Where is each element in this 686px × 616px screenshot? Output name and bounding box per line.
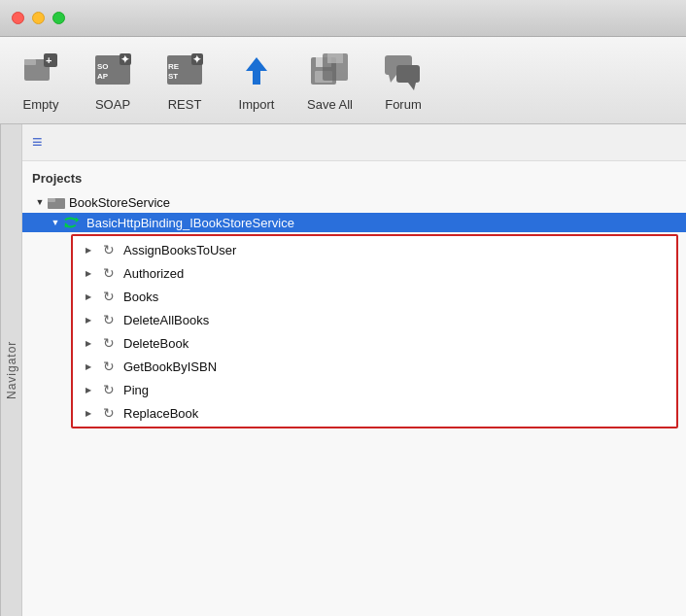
svg-rect-22 xyxy=(396,65,420,83)
leaf-arrow-5 xyxy=(81,335,96,351)
forum-button[interactable]: Forum xyxy=(382,49,425,112)
svg-rect-19 xyxy=(327,53,343,63)
leaf-arrow-2 xyxy=(81,265,96,281)
svg-marker-23 xyxy=(408,83,416,90)
rest-icon: RE ST ✦ xyxy=(163,49,206,91)
get-book-by-isbn-label: GetBookByISBN xyxy=(123,359,217,374)
empty-button[interactable]: + Empty xyxy=(19,49,62,112)
svg-rect-25 xyxy=(48,198,55,202)
bookstore-service-label: BookStoreService xyxy=(69,195,170,210)
empty-label: Empty xyxy=(23,97,59,112)
leaf-arrow-4 xyxy=(81,312,96,327)
assign-books-item[interactable]: ↻ AssignBooksToUser xyxy=(73,236,676,261)
rest-label: REST xyxy=(168,97,202,112)
sync-icon-4: ↻ xyxy=(100,334,118,352)
books-item[interactable]: ↻ Books xyxy=(73,285,676,308)
folder-icon xyxy=(48,193,65,211)
expand-arrow xyxy=(32,194,48,210)
delete-all-books-label: DeleteAllBooks xyxy=(123,313,209,327)
sync-icon-0: ↻ xyxy=(100,241,118,258)
svg-text:+: + xyxy=(46,54,51,66)
binding-item[interactable]: BasicHttpBinding_IBookStoreService xyxy=(22,213,686,232)
svg-rect-1 xyxy=(24,59,36,65)
import-label: Import xyxy=(239,97,275,112)
svg-marker-26 xyxy=(76,218,80,222)
sync-icon-6: ↻ xyxy=(100,381,118,398)
authorized-label: Authorized xyxy=(123,266,184,281)
leaf-arrow-7 xyxy=(81,382,96,397)
save-all-icon xyxy=(308,49,351,91)
service-methods-box: ↻ AssignBooksToUser ↻ Authorized ↻ Books… xyxy=(71,234,678,428)
ping-label: Ping xyxy=(123,383,149,397)
forum-label: Forum xyxy=(385,97,422,112)
navigator-label: Navigator xyxy=(0,124,21,616)
project-tree: Projects BookStoreService xyxy=(22,161,686,440)
sync-icon-3: ↻ xyxy=(100,311,118,328)
rest-button[interactable]: RE ST ✦ REST xyxy=(163,49,206,112)
import-icon xyxy=(235,49,278,91)
main-area: Navigator ≡ Projects BookStoreService xyxy=(0,124,686,616)
soap-button[interactable]: SO AP ✦ SOAP xyxy=(91,49,134,112)
ping-item[interactable]: ↻ Ping xyxy=(73,378,676,401)
content-panel: ≡ Projects BookStoreService xyxy=(21,124,686,616)
get-book-by-isbn-item[interactable]: ↻ GetBookByISBN xyxy=(73,355,676,378)
leaf-arrow xyxy=(81,242,96,257)
binding-expand-arrow xyxy=(48,215,63,230)
assign-books-label: AssignBooksToUser xyxy=(123,243,236,257)
empty-icon: + xyxy=(19,49,62,91)
maximize-button[interactable] xyxy=(52,12,65,24)
soap-label: SOAP xyxy=(95,97,130,112)
leaf-arrow-3 xyxy=(81,289,96,304)
sync-icon-5: ↻ xyxy=(100,358,118,375)
save-all-label: Save All xyxy=(307,97,353,112)
svg-marker-21 xyxy=(389,75,396,83)
authorized-item[interactable]: ↻ Authorized xyxy=(73,261,676,285)
sync-icon-7: ↻ xyxy=(100,404,118,422)
svg-text:SO: SO xyxy=(97,62,109,71)
svg-text:✦: ✦ xyxy=(120,53,129,65)
hamburger-icon[interactable]: ≡ xyxy=(32,132,43,152)
bookstore-service-item[interactable]: BookStoreService xyxy=(22,191,686,213)
delete-book-item[interactable]: ↻ DeleteBook xyxy=(73,331,676,355)
binding-label: BasicHttpBinding_IBookStoreService xyxy=(86,216,294,230)
books-label: Books xyxy=(123,290,158,304)
close-button[interactable] xyxy=(12,12,24,24)
sync-icon-2: ↻ xyxy=(100,288,118,305)
forum-icon xyxy=(382,49,425,91)
title-bar xyxy=(0,0,686,37)
minimize-button[interactable] xyxy=(32,12,45,24)
leaf-arrow-8 xyxy=(81,405,96,421)
projects-label: Projects xyxy=(22,169,686,191)
sync-icon-1: ↻ xyxy=(100,264,118,282)
svg-text:AP: AP xyxy=(97,72,109,81)
replace-book-label: ReplaceBook xyxy=(123,406,198,421)
import-button[interactable]: Import xyxy=(235,49,278,112)
save-all-button[interactable]: Save All xyxy=(307,49,353,112)
binding-icon xyxy=(63,215,83,230)
delete-all-books-item[interactable]: ↻ DeleteAllBooks xyxy=(73,308,676,331)
panel-header: ≡ xyxy=(22,124,686,161)
svg-text:✦: ✦ xyxy=(192,53,201,65)
svg-text:ST: ST xyxy=(168,72,178,81)
svg-marker-14 xyxy=(246,57,267,85)
soap-icon: SO AP ✦ xyxy=(91,49,134,91)
replace-book-item[interactable]: ↻ ReplaceBook xyxy=(73,401,676,427)
toolbar: + Empty SO AP ✦ SOAP RE ST ✦ xyxy=(0,37,686,124)
delete-book-label: DeleteBook xyxy=(123,336,189,351)
leaf-arrow-6 xyxy=(81,359,96,374)
svg-text:RE: RE xyxy=(168,62,180,71)
